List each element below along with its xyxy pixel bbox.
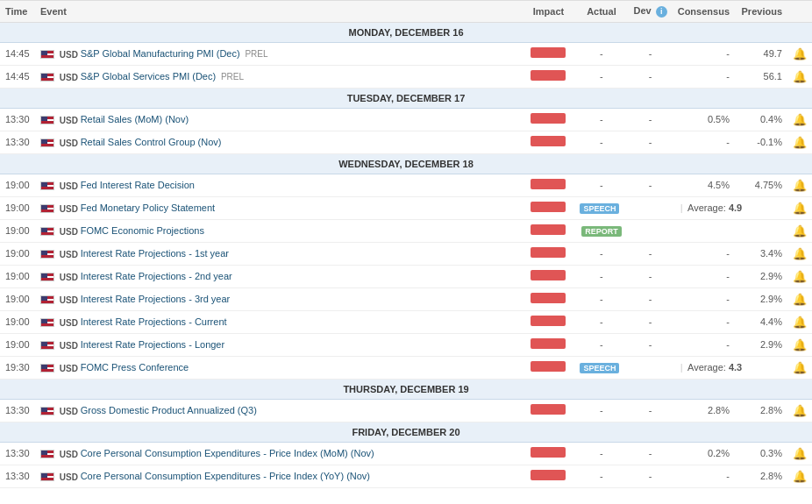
consensus-cell — [673, 219, 787, 242]
event-text[interactable]: Interest Rate Projections - 1st year — [81, 248, 229, 259]
event-text[interactable]: Fed Interest Rate Decision — [81, 180, 195, 190]
alert-cell[interactable]: 🔔 — [787, 399, 812, 422]
speech-badge: SPEECH — [580, 203, 619, 214]
alert-cell[interactable]: 🔔 — [787, 65, 812, 88]
event-text[interactable]: S&P Global Services PMI (Dec) — [81, 71, 216, 82]
currency-label: USD — [57, 181, 81, 190]
dev-info-icon[interactable]: i — [656, 6, 667, 18]
flag-icon — [40, 138, 54, 147]
flag-icon — [40, 181, 54, 190]
event-time: 13:30 — [0, 131, 35, 153]
flag-icon — [40, 116, 54, 124]
avg-label: Average: — [687, 202, 726, 213]
bell-icon[interactable]: 🔔 — [793, 113, 807, 126]
alert-cell[interactable]: 🔔 — [787, 465, 812, 487]
flag-icon — [40, 250, 54, 259]
flag-icon — [40, 472, 54, 481]
impact-bar — [531, 361, 566, 372]
bell-icon[interactable]: 🔔 — [793, 361, 807, 374]
alert-cell[interactable]: 🔔 — [787, 356, 812, 379]
currency-label: USD — [57, 72, 81, 82]
table-row: 14:45 USD S&P Global Services PMI (Dec) … — [0, 65, 812, 88]
alert-cell[interactable]: 🔔 — [787, 287, 812, 310]
table-row: 14:45 USD S&P Global Manufacturing PMI (… — [0, 42, 812, 65]
dev-cell: - — [628, 333, 672, 356]
event-text[interactable]: Retail Sales Control Group (Nov) — [81, 137, 222, 147]
actual-cell: - — [574, 265, 628, 287]
impact-cell — [522, 108, 574, 131]
impact-cell — [522, 174, 574, 196]
bell-icon[interactable]: 🔔 — [793, 293, 807, 306]
event-text[interactable]: Interest Rate Projections - Current — [81, 316, 227, 327]
bell-icon[interactable]: 🔔 — [793, 270, 807, 283]
currency-label: USD — [57, 115, 81, 124]
dev-cell: - — [628, 174, 672, 196]
bell-icon[interactable]: 🔔 — [793, 338, 807, 351]
actual-cell: - — [574, 174, 628, 196]
alert-cell[interactable]: 🔔 — [787, 310, 812, 333]
impact-bar — [531, 113, 566, 124]
actual-cell: - — [574, 399, 628, 422]
consensus-cell: - — [673, 333, 735, 356]
event-text[interactable]: FOMC Press Conference — [81, 362, 189, 373]
event-name: USD FOMC Economic Projections — [35, 219, 522, 242]
bell-icon[interactable]: 🔔 — [793, 202, 807, 215]
event-text[interactable]: Core Personal Consumption Expenditures -… — [81, 448, 374, 458]
bell-icon[interactable]: 🔔 — [793, 70, 807, 83]
alert-cell[interactable]: 🔔 — [787, 196, 812, 219]
currency-label: USD — [57, 138, 81, 147]
bell-icon[interactable]: 🔔 — [793, 179, 807, 192]
dev-cell: - — [628, 65, 672, 88]
currency-label: USD — [57, 295, 81, 304]
event-name: USD Interest Rate Projections - 2nd year — [35, 265, 522, 287]
dev-header: Dev i — [628, 1, 672, 23]
bell-icon[interactable]: 🔔 — [793, 136, 807, 149]
impact-cell — [522, 196, 574, 219]
impact-bar — [531, 316, 566, 326]
bell-icon[interactable]: 🔔 — [793, 224, 807, 238]
impact-bar — [531, 136, 566, 146]
event-name: USD S&P Global Services PMI (Dec) PREL — [35, 65, 522, 88]
dev-cell: - — [628, 399, 672, 422]
event-text[interactable]: S&P Global Manufacturing PMI (Dec) — [81, 48, 240, 59]
event-text[interactable]: Interest Rate Projections - 3rd year — [81, 294, 231, 304]
alert-cell[interactable]: 🔔 — [787, 131, 812, 153]
flag-icon — [40, 50, 54, 59]
alert-cell[interactable]: 🔔 — [787, 219, 812, 242]
event-text[interactable]: Retail Sales (MoM) (Nov) — [81, 114, 189, 124]
event-name: USD Fed Interest Rate Decision — [35, 174, 522, 196]
alert-cell[interactable]: 🔔 — [787, 242, 812, 265]
event-text[interactable]: Fed Monetary Policy Statement — [81, 202, 215, 213]
event-text[interactable]: Interest Rate Projections - 2nd year — [81, 271, 232, 281]
event-text[interactable]: Interest Rate Projections - Longer — [81, 339, 224, 350]
event-text[interactable]: Core Personal Consumption Expenditures -… — [81, 471, 370, 481]
consensus-cell: | Average: 4.9 — [673, 196, 787, 219]
previous-cell: 2.9% — [735, 333, 787, 356]
day-separator: WEDNESDAY, DECEMBER 18 — [0, 153, 812, 174]
bell-icon[interactable]: 🔔 — [793, 470, 807, 483]
currency-label: USD — [57, 272, 81, 281]
event-text[interactable]: Gross Domestic Product Annualized (Q3) — [81, 405, 257, 415]
bell-icon[interactable]: 🔔 — [793, 404, 807, 417]
alert-cell[interactable]: 🔔 — [787, 265, 812, 287]
previous-cell: 49.7 — [735, 42, 787, 65]
flag-icon — [40, 318, 54, 327]
bell-icon[interactable]: 🔔 — [793, 247, 807, 260]
currency-label: USD — [57, 317, 81, 327]
consensus-cell: - — [673, 131, 735, 153]
previous-cell: 4.75% — [735, 174, 787, 196]
report-badge: REPORT — [581, 226, 622, 237]
alert-cell[interactable]: 🔔 — [787, 442, 812, 465]
alert-cell[interactable]: 🔔 — [787, 108, 812, 131]
event-text[interactable]: FOMC Economic Projections — [81, 225, 204, 236]
alert-cell[interactable]: 🔔 — [787, 42, 812, 65]
impact-cell — [522, 42, 574, 65]
consensus-header: Consensus — [673, 1, 735, 23]
bell-icon[interactable]: 🔔 — [793, 316, 807, 329]
alert-cell[interactable]: 🔔 — [787, 333, 812, 356]
bell-icon[interactable]: 🔔 — [793, 47, 807, 60]
alert-cell[interactable]: 🔔 — [787, 174, 812, 196]
event-time: 19:00 — [0, 310, 35, 333]
currency-label: USD — [57, 203, 81, 213]
bell-icon[interactable]: 🔔 — [793, 447, 807, 460]
